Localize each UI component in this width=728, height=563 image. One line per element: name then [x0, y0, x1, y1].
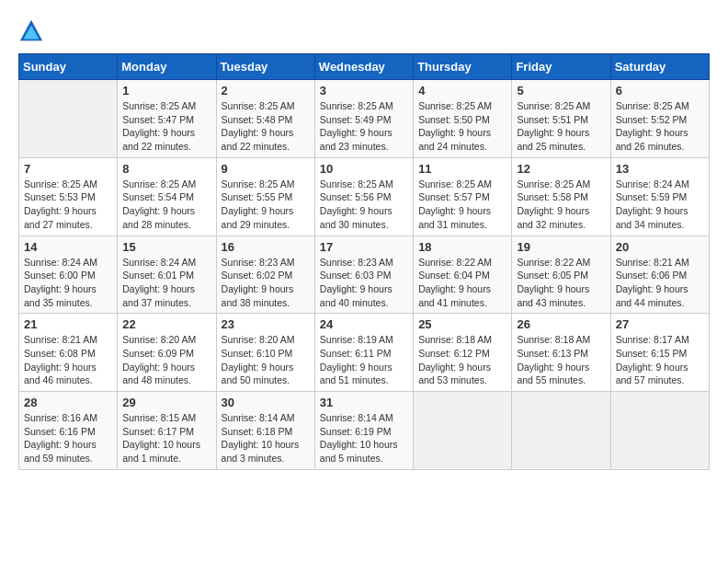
cell-info: Sunrise: 8:14 AM Sunset: 6:19 PM Dayligh… — [320, 411, 408, 465]
calendar-cell: 9Sunrise: 8:25 AM Sunset: 5:55 PM Daylig… — [216, 157, 314, 236]
calendar-cell: 20Sunrise: 8:21 AM Sunset: 6:06 PM Dayli… — [610, 236, 709, 314]
cell-info: Sunrise: 8:19 AM Sunset: 6:11 PM Dayligh… — [320, 333, 408, 387]
logo-icon — [18, 18, 44, 44]
cell-info: Sunrise: 8:24 AM Sunset: 6:00 PM Dayligh… — [24, 256, 112, 310]
day-number: 28 — [24, 396, 112, 409]
cell-info: Sunrise: 8:23 AM Sunset: 6:02 PM Dayligh… — [222, 256, 310, 310]
calendar-cell: 5Sunrise: 8:25 AM Sunset: 5:51 PM Daylig… — [512, 80, 610, 158]
day-number: 2 — [222, 84, 310, 98]
cell-info: Sunrise: 8:21 AM Sunset: 6:06 PM Dayligh… — [616, 256, 704, 310]
day-number: 16 — [222, 240, 310, 254]
cell-info: Sunrise: 8:23 AM Sunset: 6:03 PM Dayligh… — [320, 256, 408, 310]
cell-info: Sunrise: 8:16 AM Sunset: 6:16 PM Dayligh… — [24, 411, 112, 465]
day-number: 5 — [517, 84, 605, 98]
calendar-cell: 10Sunrise: 8:25 AM Sunset: 5:56 PM Dayli… — [314, 157, 413, 236]
calendar-header: SundayMondayTuesdayWednesdayThursdayFrid… — [19, 54, 710, 80]
calendar-week-row: 1Sunrise: 8:25 AM Sunset: 5:47 PM Daylig… — [19, 80, 710, 158]
cell-info: Sunrise: 8:24 AM Sunset: 5:59 PM Dayligh… — [616, 178, 704, 232]
day-number: 29 — [122, 396, 210, 409]
day-number: 17 — [320, 240, 408, 254]
day-number: 20 — [616, 240, 704, 254]
cell-info: Sunrise: 8:18 AM Sunset: 6:13 PM Dayligh… — [517, 333, 605, 387]
weekday-header-monday: Monday — [118, 54, 216, 80]
calendar-cell: 15Sunrise: 8:24 AM Sunset: 6:01 PM Dayli… — [118, 236, 216, 314]
calendar-week-row: 21Sunrise: 8:21 AM Sunset: 6:08 PM Dayli… — [19, 314, 710, 392]
cell-info: Sunrise: 8:20 AM Sunset: 6:09 PM Dayligh… — [122, 333, 210, 387]
cell-info: Sunrise: 8:25 AM Sunset: 5:54 PM Dayligh… — [122, 178, 210, 232]
day-number: 3 — [320, 84, 408, 98]
day-number: 4 — [418, 84, 506, 98]
day-number: 19 — [517, 240, 605, 254]
cell-info: Sunrise: 8:25 AM Sunset: 5:51 PM Dayligh… — [517, 99, 605, 154]
calendar-cell: 6Sunrise: 8:25 AM Sunset: 5:52 PM Daylig… — [610, 80, 709, 158]
cell-info: Sunrise: 8:22 AM Sunset: 6:05 PM Dayligh… — [517, 256, 605, 310]
calendar-cell: 8Sunrise: 8:25 AM Sunset: 5:54 PM Daylig… — [118, 157, 216, 236]
day-number: 30 — [222, 396, 310, 409]
calendar-cell: 4Sunrise: 8:25 AM Sunset: 5:50 PM Daylig… — [414, 80, 512, 158]
calendar-cell: 17Sunrise: 8:23 AM Sunset: 6:03 PM Dayli… — [314, 236, 413, 314]
day-number: 23 — [222, 317, 310, 331]
logo — [18, 18, 48, 44]
calendar-cell: 26Sunrise: 8:18 AM Sunset: 6:13 PM Dayli… — [512, 314, 610, 392]
calendar-table: SundayMondayTuesdayWednesdayThursdayFrid… — [18, 53, 710, 470]
calendar-cell: 3Sunrise: 8:25 AM Sunset: 5:49 PM Daylig… — [314, 80, 413, 158]
calendar-cell: 31Sunrise: 8:14 AM Sunset: 6:19 PM Dayli… — [314, 392, 413, 470]
calendar-cell: 7Sunrise: 8:25 AM Sunset: 5:53 PM Daylig… — [19, 157, 118, 236]
calendar-cell: 11Sunrise: 8:25 AM Sunset: 5:57 PM Dayli… — [414, 157, 512, 236]
cell-info: Sunrise: 8:25 AM Sunset: 5:50 PM Dayligh… — [418, 99, 506, 154]
cell-info: Sunrise: 8:25 AM Sunset: 5:56 PM Dayligh… — [320, 178, 408, 232]
header-row: SundayMondayTuesdayWednesdayThursdayFrid… — [19, 54, 710, 80]
cell-info: Sunrise: 8:25 AM Sunset: 5:58 PM Dayligh… — [517, 178, 605, 232]
day-number: 26 — [517, 317, 605, 331]
cell-info: Sunrise: 8:18 AM Sunset: 6:12 PM Dayligh… — [418, 333, 506, 387]
day-number: 27 — [616, 317, 704, 331]
calendar-cell: 24Sunrise: 8:19 AM Sunset: 6:11 PM Dayli… — [314, 314, 413, 392]
cell-info: Sunrise: 8:15 AM Sunset: 6:17 PM Dayligh… — [122, 411, 210, 465]
day-number: 13 — [616, 162, 704, 176]
cell-info: Sunrise: 8:24 AM Sunset: 6:01 PM Dayligh… — [122, 256, 210, 310]
cell-info: Sunrise: 8:17 AM Sunset: 6:15 PM Dayligh… — [616, 333, 704, 387]
page-header — [18, 18, 710, 44]
cell-info: Sunrise: 8:25 AM Sunset: 5:57 PM Dayligh… — [418, 178, 506, 232]
day-number: 1 — [122, 84, 210, 98]
calendar-cell: 19Sunrise: 8:22 AM Sunset: 6:05 PM Dayli… — [512, 236, 610, 314]
day-number: 14 — [24, 240, 112, 254]
calendar-cell: 12Sunrise: 8:25 AM Sunset: 5:58 PM Dayli… — [512, 157, 610, 236]
cell-info: Sunrise: 8:21 AM Sunset: 6:08 PM Dayligh… — [24, 333, 112, 387]
day-number: 11 — [418, 162, 506, 176]
calendar-cell: 2Sunrise: 8:25 AM Sunset: 5:48 PM Daylig… — [216, 80, 314, 158]
cell-info: Sunrise: 8:22 AM Sunset: 6:04 PM Dayligh… — [418, 256, 506, 310]
weekday-header-friday: Friday — [512, 54, 610, 80]
cell-info: Sunrise: 8:25 AM Sunset: 5:55 PM Dayligh… — [222, 178, 310, 232]
weekday-header-tuesday: Tuesday — [216, 54, 314, 80]
calendar-cell: 1Sunrise: 8:25 AM Sunset: 5:47 PM Daylig… — [118, 80, 216, 158]
calendar-cell: 29Sunrise: 8:15 AM Sunset: 6:17 PM Dayli… — [118, 392, 216, 470]
calendar-cell: 22Sunrise: 8:20 AM Sunset: 6:09 PM Dayli… — [118, 314, 216, 392]
calendar-cell: 16Sunrise: 8:23 AM Sunset: 6:02 PM Dayli… — [216, 236, 314, 314]
day-number: 9 — [222, 162, 310, 176]
cell-info: Sunrise: 8:25 AM Sunset: 5:53 PM Dayligh… — [24, 178, 112, 232]
calendar-cell: 30Sunrise: 8:14 AM Sunset: 6:18 PM Dayli… — [216, 392, 314, 470]
calendar-body: 1Sunrise: 8:25 AM Sunset: 5:47 PM Daylig… — [19, 80, 710, 470]
cell-info: Sunrise: 8:25 AM Sunset: 5:47 PM Dayligh… — [122, 99, 210, 154]
cell-info: Sunrise: 8:25 AM Sunset: 5:48 PM Dayligh… — [222, 99, 310, 154]
calendar-cell: 18Sunrise: 8:22 AM Sunset: 6:04 PM Dayli… — [414, 236, 512, 314]
calendar-cell — [512, 392, 610, 470]
calendar-cell — [19, 80, 118, 158]
cell-info: Sunrise: 8:20 AM Sunset: 6:10 PM Dayligh… — [222, 333, 310, 387]
day-number: 18 — [418, 240, 506, 254]
day-number: 31 — [320, 396, 408, 409]
calendar-cell: 28Sunrise: 8:16 AM Sunset: 6:16 PM Dayli… — [19, 392, 118, 470]
day-number: 6 — [616, 84, 704, 98]
calendar-cell: 23Sunrise: 8:20 AM Sunset: 6:10 PM Dayli… — [216, 314, 314, 392]
day-number: 21 — [24, 317, 112, 331]
calendar-week-row: 7Sunrise: 8:25 AM Sunset: 5:53 PM Daylig… — [19, 157, 710, 236]
cell-info: Sunrise: 8:25 AM Sunset: 5:52 PM Dayligh… — [616, 99, 704, 154]
calendar-cell: 25Sunrise: 8:18 AM Sunset: 6:12 PM Dayli… — [414, 314, 512, 392]
cell-info: Sunrise: 8:14 AM Sunset: 6:18 PM Dayligh… — [222, 411, 310, 465]
day-number: 22 — [122, 317, 210, 331]
calendar-cell: 13Sunrise: 8:24 AM Sunset: 5:59 PM Dayli… — [610, 157, 709, 236]
day-number: 7 — [24, 162, 112, 176]
calendar-week-row: 14Sunrise: 8:24 AM Sunset: 6:00 PM Dayli… — [19, 236, 710, 314]
weekday-header-wednesday: Wednesday — [314, 54, 413, 80]
